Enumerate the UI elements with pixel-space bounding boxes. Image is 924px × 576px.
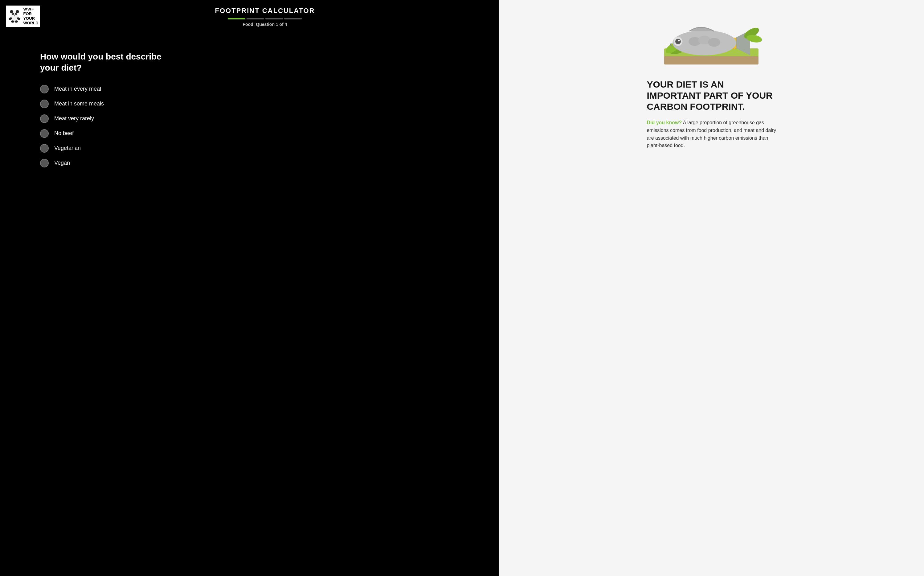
option-label-some-meals: Meat in some meals	[54, 101, 104, 107]
option-every-meal[interactable]: Meat in every meal	[40, 85, 480, 93]
right-panel: YOUR DIET IS AN IMPORTANT PART OF YOUR C…	[499, 0, 924, 576]
svg-rect-14	[664, 56, 758, 64]
question-content: How would you best describe your diet? M…	[0, 33, 499, 576]
svg-point-12	[15, 20, 18, 22]
fish-illustration	[653, 12, 770, 68]
info-title: YOUR DIET IS AN IMPORTANT PART OF YOUR C…	[646, 79, 776, 112]
svg-point-11	[11, 20, 14, 22]
info-area: YOUR DIET IS AN IMPORTANT PART OF YOUR C…	[630, 68, 792, 161]
option-label-very-rarely: Meat very rarely	[54, 115, 94, 122]
did-you-know-label: Did you know?	[646, 120, 682, 125]
logo: WWF FOR YOUR WORLD	[6, 6, 40, 27]
option-label-vegetarian: Vegetarian	[54, 145, 81, 151]
option-label-every-meal: Meat in every meal	[54, 86, 101, 92]
question-label: Food: Question 1 of 4	[243, 22, 287, 27]
option-vegan[interactable]: Vegan	[40, 159, 480, 168]
app-title: FOOTPRINT CALCULATOR	[215, 7, 315, 15]
option-no-beef[interactable]: No beef	[40, 129, 480, 138]
svg-point-2	[10, 10, 13, 13]
svg-point-3	[16, 10, 19, 13]
svg-point-34	[678, 40, 680, 41]
question-title: How would you best describe your diet?	[40, 51, 169, 74]
option-vegetarian[interactable]: Vegetarian	[40, 144, 480, 153]
svg-point-8	[14, 15, 15, 16]
progress-bar	[228, 18, 302, 19]
progress-segment-2	[247, 18, 264, 19]
illustration-area	[499, 0, 924, 68]
logo-text: WWF FOR YOUR WORLD	[23, 7, 38, 26]
info-body: Did you know? A large proportion of gree…	[646, 119, 776, 150]
radio-some-meals[interactable]	[40, 99, 49, 108]
radio-no-beef[interactable]	[40, 129, 49, 138]
header-center: FOOTPRINT CALCULATOR Food: Question 1 of…	[40, 6, 490, 27]
header: WWF FOR YOUR WORLD FOOTPRINT CALCULATOR …	[0, 0, 499, 33]
left-panel: WWF FOR YOUR WORLD FOOTPRINT CALCULATOR …	[0, 0, 499, 576]
radio-every-meal[interactable]	[40, 85, 49, 93]
progress-segment-1	[228, 18, 245, 19]
svg-point-7	[16, 13, 17, 14]
option-label-vegan: Vegan	[54, 160, 70, 166]
svg-point-30	[708, 38, 721, 47]
options-list: Meat in every meal Meat in some meals Me…	[40, 85, 480, 168]
svg-point-33	[675, 39, 681, 45]
progress-segment-3	[265, 18, 283, 19]
svg-point-6	[13, 13, 14, 14]
radio-vegetarian[interactable]	[40, 144, 49, 153]
option-very-rarely[interactable]: Meat very rarely	[40, 114, 480, 123]
option-some-meals[interactable]: Meat in some meals	[40, 99, 480, 108]
progress-segment-4	[284, 18, 302, 19]
panda-icon	[8, 10, 21, 23]
radio-very-rarely[interactable]	[40, 114, 49, 123]
option-label-no-beef: No beef	[54, 130, 73, 137]
radio-vegan[interactable]	[40, 159, 49, 168]
